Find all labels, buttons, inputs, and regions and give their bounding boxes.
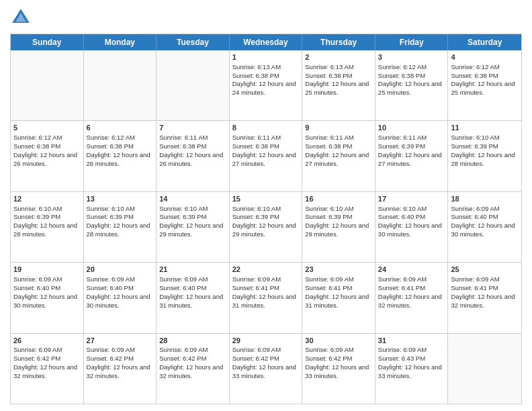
sunrise-text: Sunrise: 6:09 AM xyxy=(159,346,208,353)
sunrise-text: Sunrise: 6:10 AM xyxy=(159,205,208,212)
sunrise-text: Sunrise: 6:09 AM xyxy=(378,346,427,353)
daylight-text: Daylight: 12 hours and 30 minutes. xyxy=(378,222,442,238)
sunrise-text: Sunrise: 6:09 AM xyxy=(305,275,353,283)
sunrise-text: Sunrise: 6:10 AM xyxy=(13,205,62,212)
daylight-text: Daylight: 12 hours and 32 minutes. xyxy=(451,293,515,309)
sunrise-text: Sunrise: 6:10 AM xyxy=(232,205,281,212)
daylight-text: Daylight: 12 hours and 29 minutes. xyxy=(159,222,223,238)
calendar-cell: 11Sunrise: 6:10 AMSunset: 6:39 PMDayligh… xyxy=(448,121,521,191)
sunset-text: Sunset: 6:41 PM xyxy=(232,284,279,291)
sunrise-text: Sunrise: 6:09 AM xyxy=(451,205,499,212)
day-number: 23 xyxy=(305,265,372,275)
day-number: 14 xyxy=(159,194,226,204)
daylight-text: Daylight: 12 hours and 31 minutes. xyxy=(232,293,296,309)
calendar-header: SundayMondayTuesdayWednesdayThursdayFrid… xyxy=(11,34,521,50)
sunrise-text: Sunrise: 6:12 AM xyxy=(378,63,427,71)
day-number: 19 xyxy=(13,265,81,275)
daylight-text: Daylight: 12 hours and 28 minutes. xyxy=(87,222,150,238)
day-number: 17 xyxy=(378,194,445,204)
sunrise-text: Sunrise: 6:11 AM xyxy=(159,134,208,141)
calendar-cell: 12Sunrise: 6:10 AMSunset: 6:39 PMDayligh… xyxy=(11,192,84,262)
day-number: 27 xyxy=(87,336,154,346)
calendar-cell: 7Sunrise: 6:11 AMSunset: 6:38 PMDaylight… xyxy=(157,121,230,191)
calendar-cell: 10Sunrise: 6:11 AMSunset: 6:39 PMDayligh… xyxy=(375,121,449,191)
day-number: 21 xyxy=(159,265,226,275)
daylight-text: Daylight: 12 hours and 29 minutes. xyxy=(305,222,369,238)
calendar-cell: 19Sunrise: 6:09 AMSunset: 6:40 PMDayligh… xyxy=(11,263,84,332)
sunset-text: Sunset: 6:42 PM xyxy=(305,355,352,362)
calendar-cell: 9Sunrise: 6:11 AMSunset: 6:38 PMDaylight… xyxy=(302,121,375,191)
sunrise-text: Sunrise: 6:09 AM xyxy=(87,346,135,353)
daylight-text: Daylight: 12 hours and 30 minutes. xyxy=(451,222,515,238)
calendar-cell: 30Sunrise: 6:09 AMSunset: 6:42 PMDayligh… xyxy=(302,334,375,404)
calendar-cell: 28Sunrise: 6:09 AMSunset: 6:42 PMDayligh… xyxy=(157,334,230,404)
day-number: 9 xyxy=(305,123,372,133)
sunset-text: Sunset: 6:38 PM xyxy=(159,142,206,150)
calendar-week-1: 1Sunrise: 6:13 AMSunset: 6:38 PMDaylight… xyxy=(11,50,521,120)
day-number: 4 xyxy=(451,52,519,62)
calendar-cell: 8Sunrise: 6:11 AMSunset: 6:38 PMDaylight… xyxy=(230,121,303,191)
sunset-text: Sunset: 6:39 PM xyxy=(305,213,352,220)
sunrise-text: Sunrise: 6:10 AM xyxy=(87,205,135,212)
day-header-monday: Monday xyxy=(84,34,157,50)
day-header-wednesday: Wednesday xyxy=(230,34,303,50)
daylight-text: Daylight: 12 hours and 24 minutes. xyxy=(232,80,296,96)
calendar-cell: 17Sunrise: 6:10 AMSunset: 6:40 PMDayligh… xyxy=(375,192,449,262)
sunrise-text: Sunrise: 6:09 AM xyxy=(305,346,353,353)
day-number: 3 xyxy=(378,52,445,62)
daylight-text: Daylight: 12 hours and 27 minutes. xyxy=(305,151,369,167)
calendar-cell: 27Sunrise: 6:09 AMSunset: 6:42 PMDayligh… xyxy=(84,334,157,404)
day-header-sunday: Sunday xyxy=(11,34,84,50)
calendar: SundayMondayTuesdayWednesdayThursdayFrid… xyxy=(10,34,522,404)
day-number: 16 xyxy=(305,194,372,204)
calendar-body: 1Sunrise: 6:13 AMSunset: 6:38 PMDaylight… xyxy=(11,50,521,404)
calendar-cell: 20Sunrise: 6:09 AMSunset: 6:40 PMDayligh… xyxy=(84,263,157,332)
calendar-cell: 15Sunrise: 6:10 AMSunset: 6:39 PMDayligh… xyxy=(230,192,303,262)
daylight-text: Daylight: 12 hours and 29 minutes. xyxy=(232,222,296,238)
sunrise-text: Sunrise: 6:12 AM xyxy=(87,134,135,141)
calendar-cell: 3Sunrise: 6:12 AMSunset: 6:38 PMDaylight… xyxy=(375,50,449,120)
calendar-cell: 6Sunrise: 6:12 AMSunset: 6:38 PMDaylight… xyxy=(84,121,157,191)
day-number: 5 xyxy=(13,123,81,133)
calendar-cell xyxy=(11,50,84,120)
calendar-week-2: 5Sunrise: 6:12 AMSunset: 6:38 PMDaylight… xyxy=(11,120,521,191)
sunset-text: Sunset: 6:40 PM xyxy=(13,284,60,291)
sunrise-text: Sunrise: 6:09 AM xyxy=(378,275,427,283)
daylight-text: Daylight: 12 hours and 31 minutes. xyxy=(305,293,369,309)
day-header-tuesday: Tuesday xyxy=(157,34,230,50)
sunset-text: Sunset: 6:38 PM xyxy=(305,72,352,79)
day-number: 7 xyxy=(159,123,226,133)
calendar-cell: 4Sunrise: 6:12 AMSunset: 6:38 PMDaylight… xyxy=(448,50,521,120)
sunset-text: Sunset: 6:38 PM xyxy=(232,142,279,150)
day-number: 20 xyxy=(87,265,154,275)
sunset-text: Sunset: 6:42 PM xyxy=(232,355,279,362)
sunrise-text: Sunrise: 6:12 AM xyxy=(451,63,499,71)
day-number: 30 xyxy=(305,336,372,346)
sunset-text: Sunset: 6:38 PM xyxy=(305,142,352,150)
sunset-text: Sunset: 6:41 PM xyxy=(378,284,425,291)
daylight-text: Daylight: 12 hours and 33 minutes. xyxy=(305,363,369,379)
page: SundayMondayTuesdayWednesdayThursdayFrid… xyxy=(0,0,532,411)
daylight-text: Daylight: 12 hours and 32 minutes. xyxy=(87,363,150,379)
calendar-cell: 2Sunrise: 6:13 AMSunset: 6:38 PMDaylight… xyxy=(302,50,375,120)
calendar-cell: 31Sunrise: 6:09 AMSunset: 6:43 PMDayligh… xyxy=(375,334,449,404)
daylight-text: Daylight: 12 hours and 28 minutes. xyxy=(451,151,515,167)
day-number: 15 xyxy=(232,194,300,204)
daylight-text: Daylight: 12 hours and 30 minutes. xyxy=(87,293,150,309)
sunset-text: Sunset: 6:41 PM xyxy=(451,284,498,291)
sunset-text: Sunset: 6:40 PM xyxy=(378,213,425,220)
daylight-text: Daylight: 12 hours and 25 minutes. xyxy=(378,80,442,96)
sunrise-text: Sunrise: 6:11 AM xyxy=(305,134,353,141)
daylight-text: Daylight: 12 hours and 28 minutes. xyxy=(13,222,77,238)
daylight-text: Daylight: 12 hours and 31 minutes. xyxy=(159,293,223,309)
header xyxy=(10,7,522,28)
calendar-cell: 5Sunrise: 6:12 AMSunset: 6:38 PMDaylight… xyxy=(11,121,84,191)
daylight-text: Daylight: 12 hours and 32 minutes. xyxy=(13,363,77,379)
calendar-cell: 16Sunrise: 6:10 AMSunset: 6:39 PMDayligh… xyxy=(302,192,375,262)
calendar-cell: 13Sunrise: 6:10 AMSunset: 6:39 PMDayligh… xyxy=(84,192,157,262)
daylight-text: Daylight: 12 hours and 32 minutes. xyxy=(159,363,223,379)
day-number: 1 xyxy=(232,52,300,62)
day-number: 25 xyxy=(451,265,519,275)
sunset-text: Sunset: 6:42 PM xyxy=(87,355,134,362)
day-number: 12 xyxy=(13,194,81,204)
